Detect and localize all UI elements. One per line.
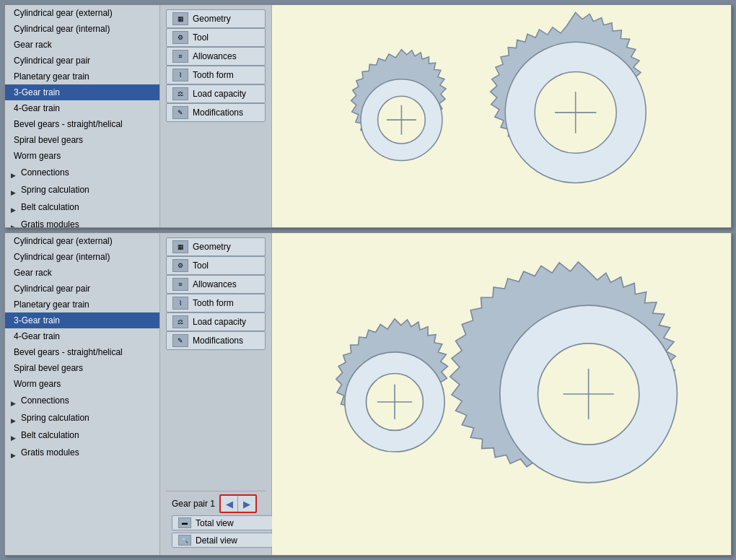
sidebar-section-3[interactable]: ▶Gratis modules <box>5 444 159 461</box>
section-label: Belt calculation <box>21 201 79 214</box>
bottom-tabs-panel: ▦Geometry⚙Tool≡Allowances⌇Tooth form⚖Loa… <box>160 233 272 555</box>
sidebar-item-8[interactable]: Spiral bevel gears <box>5 360 159 376</box>
total-view-btn[interactable]: ▬ Total view <box>172 515 273 530</box>
small-gear-top <box>351 50 446 161</box>
tab-load-capacity[interactable]: ⚖Load capacity <box>166 84 266 103</box>
tab-label: Geometry <box>193 14 231 24</box>
sidebar-item-2[interactable]: Gear rack <box>5 37 159 53</box>
sidebar-item-6[interactable]: 4-Gear train <box>5 100 159 116</box>
chevron-right-icon: ▶ <box>11 186 18 193</box>
top-gear-canvas <box>272 5 731 227</box>
tab-icon-3: ⌇ <box>172 69 188 82</box>
tab-allowances[interactable]: ≡Allowances <box>166 275 266 294</box>
sidebar-item-2[interactable]: Gear rack <box>5 265 159 281</box>
chevron-right-icon: ▶ <box>11 449 18 456</box>
sidebar-item-8[interactable]: Spiral bevel gears <box>5 132 159 148</box>
tab-icon-4: ⚖ <box>172 315 188 328</box>
bottom-panel: Cylindrical gear (external)Cylindrical g… <box>4 232 732 556</box>
sidebar-section-1[interactable]: ▶Spring calculation <box>5 409 159 426</box>
tab-icon-5: ✎ <box>172 106 188 119</box>
bottom-sidebar-sections: ▶Connections▶Spring calculation▶Belt cal… <box>5 392 159 461</box>
chevron-right-icon: ▶ <box>11 221 18 227</box>
next-gear-btn[interactable]: ▶ <box>238 496 255 512</box>
section-label: Spring calculation <box>21 411 89 424</box>
tab-load-capacity[interactable]: ⚖Load capacity <box>166 312 266 331</box>
tab-label: Allowances <box>193 279 237 289</box>
detail-view-btn[interactable]: 🔍 Detail view <box>172 533 273 548</box>
small-gear-bottom <box>336 319 448 452</box>
sidebar-item-9[interactable]: Worm gears <box>5 148 159 164</box>
chevron-right-icon: ▶ <box>11 397 18 404</box>
sidebar-section-2[interactable]: ▶Belt calculation <box>5 426 159 444</box>
tab-tooth-form[interactable]: ⌇Tooth form <box>166 294 266 312</box>
tab-tool[interactable]: ⚙Tool <box>166 28 266 47</box>
chevron-right-icon: ▶ <box>11 204 18 211</box>
tab-icon-2: ≡ <box>172 50 188 63</box>
total-view-label: Total view <box>196 518 234 528</box>
tab-icon-1: ⚙ <box>172 259 188 272</box>
sidebar-item-1[interactable]: Cylindrical gear (internal) <box>5 249 159 265</box>
tab-label: Geometry <box>193 242 231 252</box>
detail-view-label: Detail view <box>196 535 237 546</box>
tab-label: Load capacity <box>193 317 246 327</box>
sidebar-item-4[interactable]: Planetary gear train <box>5 69 159 84</box>
sidebar-section-0[interactable]: ▶Connections <box>5 392 159 409</box>
bottom-gear-svg <box>272 233 731 555</box>
tab-label: Allowances <box>193 51 237 61</box>
sidebar-item-7[interactable]: Bevel gears - straight/helical <box>5 116 159 132</box>
tab-tool[interactable]: ⚙Tool <box>166 256 266 275</box>
tab-icon-5: ✎ <box>172 334 188 347</box>
top-panel: Cylindrical gear (external)Cylindrical g… <box>4 4 732 228</box>
top-sidebar-sections: ▶Connections▶Spring calculation▶Belt cal… <box>5 164 159 227</box>
section-label: Connections <box>21 166 69 179</box>
tab-label: Modifications <box>193 336 243 346</box>
top-tabs: ▦Geometry⚙Tool≡Allowances⌇Tooth form⚖Loa… <box>166 9 266 122</box>
tab-icon-1: ⚙ <box>172 31 188 44</box>
sidebar-section-1[interactable]: ▶Spring calculation <box>5 181 159 198</box>
sidebar-item-3[interactable]: Cylindrical gear pair <box>5 53 159 69</box>
gear-pair-row: Gear pair 1 ◀ ▶ <box>172 494 260 513</box>
tab-allowances[interactable]: ≡Allowances <box>166 47 266 66</box>
sidebar-item-3[interactable]: Cylindrical gear pair <box>5 281 159 297</box>
bottom-sidebar-items: Cylindrical gear (external)Cylindrical g… <box>5 233 159 392</box>
sidebar-item-4[interactable]: Planetary gear train <box>5 297 159 312</box>
tab-tooth-form[interactable]: ⌇Tooth form <box>166 66 266 84</box>
sidebar-item-0[interactable]: Cylindrical gear (external) <box>5 233 159 249</box>
sidebar-section-2[interactable]: ▶Belt calculation <box>5 198 159 216</box>
top-gear-svg <box>272 5 731 227</box>
tab-label: Modifications <box>193 108 243 118</box>
tab-geometry[interactable]: ▦Geometry <box>166 237 266 256</box>
detail-view-icon: 🔍 <box>178 535 191 546</box>
chevron-right-icon: ▶ <box>11 414 18 421</box>
nav-btn-group: ◀ ▶ <box>219 494 257 513</box>
tab-icon-4: ⚖ <box>172 87 188 100</box>
tab-modifications[interactable]: ✎Modifications <box>166 103 266 122</box>
tab-label: Tooth form <box>193 298 234 308</box>
top-tabs-panel: ▦Geometry⚙Tool≡Allowances⌇Tooth form⚖Loa… <box>160 5 272 227</box>
sidebar-section-0[interactable]: ▶Connections <box>5 164 159 181</box>
section-label: Gratis modules <box>21 218 79 227</box>
bottom-sidebar: Cylindrical gear (external)Cylindrical g… <box>5 233 160 555</box>
large-gear-bottom <box>450 262 678 483</box>
top-sidebar: Cylindrical gear (external)Cylindrical g… <box>5 5 160 227</box>
section-label: Connections <box>21 394 69 407</box>
large-gear-top <box>491 12 647 183</box>
sidebar-item-7[interactable]: Bevel gears - straight/helical <box>5 344 159 360</box>
tab-icon-2: ≡ <box>172 278 188 291</box>
prev-gear-btn[interactable]: ◀ <box>221 496 238 512</box>
sidebar-item-9[interactable]: Worm gears <box>5 376 159 392</box>
tab-label: Load capacity <box>193 89 246 99</box>
sidebar-item-6[interactable]: 4-Gear train <box>5 328 159 344</box>
sidebar-item-5[interactable]: 3-Gear train <box>5 312 159 328</box>
sidebar-item-1[interactable]: Cylindrical gear (internal) <box>5 21 159 37</box>
bottom-panel-inner: Cylindrical gear (external)Cylindrical g… <box>5 233 731 555</box>
tab-icon-3: ⌇ <box>172 297 188 310</box>
bottom-tabs: ▦Geometry⚙Tool≡Allowances⌇Tooth form⚖Loa… <box>166 237 266 350</box>
top-sidebar-items: Cylindrical gear (external)Cylindrical g… <box>5 5 159 164</box>
sidebar-section-3[interactable]: ▶Gratis modules <box>5 216 159 227</box>
chevron-right-icon: ▶ <box>11 169 18 176</box>
tab-geometry[interactable]: ▦Geometry <box>166 9 266 28</box>
sidebar-item-0[interactable]: Cylindrical gear (external) <box>5 5 159 21</box>
sidebar-item-5[interactable]: 3-Gear train <box>5 84 159 100</box>
tab-modifications[interactable]: ✎Modifications <box>166 331 266 350</box>
